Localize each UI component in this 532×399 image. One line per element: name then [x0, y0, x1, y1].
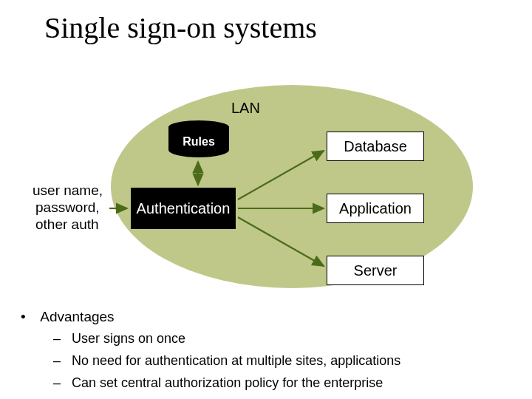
slide: Single sign-on systems LAN Rules Authent… [0, 0, 532, 399]
server-label: Server [354, 262, 398, 279]
bullet-item: Can set central authorization policy for… [53, 375, 508, 391]
rules-cylinder: Rules [168, 120, 229, 157]
database-box: Database [327, 132, 424, 161]
bullet-heading: Advantages [21, 309, 508, 325]
authentication-box: Authentication [131, 188, 236, 229]
page-title: Single sign-on systems [44, 10, 317, 45]
user-credentials-label: user name, password, other auth [33, 183, 121, 233]
server-box: Server [327, 256, 424, 285]
database-label: Database [344, 138, 407, 155]
bullet-item: User signs on once [53, 331, 508, 347]
application-box: Application [327, 194, 424, 223]
rules-label: Rules [168, 135, 229, 149]
bullets: Advantages User signs on once No need fo… [21, 309, 508, 398]
authentication-label: Authentication [137, 200, 231, 217]
application-label: Application [339, 200, 412, 217]
bullet-item: No need for authentication at multiple s… [53, 353, 508, 369]
lan-label: LAN [231, 100, 260, 117]
